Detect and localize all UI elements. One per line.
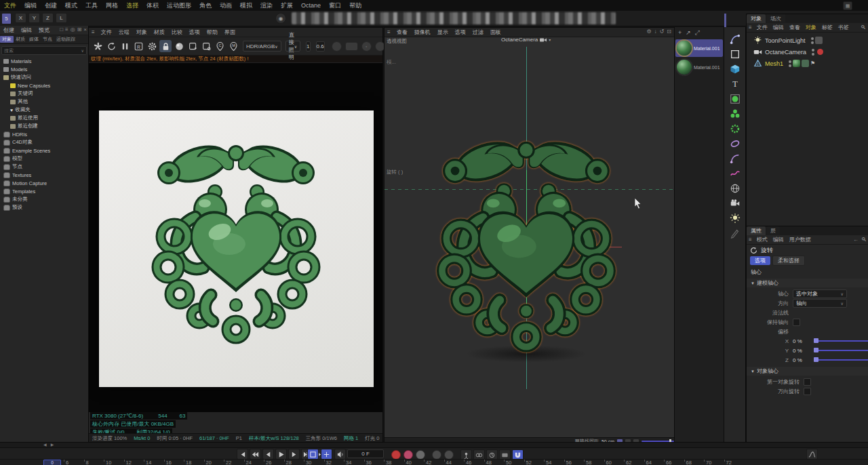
autokey-button[interactable] bbox=[403, 450, 413, 460]
asset-tree-item-models[interactable]: Models bbox=[2, 65, 88, 73]
menubar-item-选择[interactable]: 选择 bbox=[122, 1, 142, 10]
add-icon[interactable]: + bbox=[678, 29, 682, 36]
search-icon[interactable]: 🔍︎ bbox=[861, 237, 867, 243]
asset-tree-item-快速访问[interactable]: 快速访问 bbox=[2, 73, 88, 81]
viewport-menu-查看[interactable]: 查看 bbox=[393, 28, 411, 36]
back-arrow-icon[interactable]: ← bbox=[853, 237, 859, 243]
sound-toggle-button[interactable] bbox=[334, 449, 346, 460]
kernel-dropdown[interactable]: 直接照明∨ bbox=[285, 41, 300, 52]
subsample-mode-button[interactable] bbox=[345, 42, 358, 51]
asset-menu-创建[interactable]: 创建 bbox=[0, 26, 18, 34]
settings-gear-icon[interactable] bbox=[146, 40, 158, 52]
menubar-item-模式[interactable]: 模式 bbox=[61, 1, 81, 10]
light-tag[interactable] bbox=[815, 37, 823, 44]
attr-menu-模式[interactable]: 模式 bbox=[754, 236, 770, 243]
menubar-item-扩展[interactable]: 扩展 bbox=[277, 1, 297, 10]
dock-icon[interactable]: □ bbox=[60, 26, 63, 33]
play-button[interactable] bbox=[275, 449, 287, 460]
slider-value[interactable]: 0 % bbox=[793, 348, 809, 354]
timeline-ruler[interactable]: 0 68101214161820222426283032343638404244… bbox=[0, 459, 868, 465]
slider-track[interactable] bbox=[814, 340, 868, 342]
arrow-up-right-icon[interactable]: ↗ bbox=[686, 29, 691, 36]
asset-tree-item-最近使用[interactable]: 最近使用 bbox=[2, 114, 88, 122]
lv-menu-选项[interactable]: 选项 bbox=[186, 28, 203, 36]
keyframe-selection-button[interactable] bbox=[416, 450, 425, 460]
goto-end-key-button[interactable] bbox=[321, 449, 332, 460]
image-format-dropdown[interactable]: HDR/ARGB∨ bbox=[243, 41, 281, 52]
display-tag[interactable]: ⚑ bbox=[810, 60, 815, 66]
window-icon[interactable]: ▦ bbox=[843, 1, 852, 10]
cloner-icon[interactable] bbox=[728, 107, 743, 120]
object-row-mesh1[interactable]: Mesh1⚑ bbox=[747, 58, 868, 69]
material-item[interactable]: Material.001 bbox=[675, 58, 723, 76]
slider-value[interactable]: 0 % bbox=[793, 338, 809, 344]
checkbox[interactable] bbox=[793, 319, 800, 326]
tab-takes[interactable]: 场次 bbox=[766, 14, 785, 23]
checkbox[interactable] bbox=[804, 388, 811, 395]
menubar-item-模拟[interactable]: 模拟 bbox=[236, 1, 256, 10]
menubar-item-窗口[interactable]: 窗口 bbox=[325, 1, 345, 10]
record-scale-button[interactable] bbox=[444, 450, 454, 460]
asset-tree-item-模型[interactable]: 模型 bbox=[2, 155, 88, 163]
object-row-toonpointlight[interactable]: ToonPointLight bbox=[747, 35, 868, 46]
pick-m-icon[interactable]: M bbox=[227, 40, 239, 52]
viewport-menu-面板[interactable]: 面板 bbox=[487, 28, 505, 36]
disabled-pen-icon[interactable] bbox=[728, 226, 743, 239]
menubar-item-网格[interactable]: 网格 bbox=[102, 1, 122, 10]
attr-row-value[interactable]: 选中对象∨ bbox=[793, 289, 847, 298]
fcurve-editor-button[interactable] bbox=[806, 449, 818, 460]
lv-menu-帮助[interactable]: 帮助 bbox=[203, 28, 221, 36]
menubar-item-工具[interactable]: 工具 bbox=[81, 1, 102, 10]
hamburger-icon[interactable]: ≡ bbox=[65, 26, 68, 33]
popout-icon[interactable]: ⊞ bbox=[77, 26, 82, 33]
asset-tree-item-motion-capture[interactable]: Motion Capture bbox=[2, 179, 88, 187]
menubar-item-帮助[interactable]: 帮助 bbox=[345, 1, 366, 10]
goto-start-key-button[interactable] bbox=[307, 449, 319, 460]
asset-tab-材质[interactable]: 材质 bbox=[14, 36, 27, 43]
maximize-view-icon[interactable]: ⊡ bbox=[667, 28, 671, 35]
viewport-menu-过滤[interactable]: 过滤 bbox=[469, 28, 487, 36]
attr-menu-编辑[interactable]: 编辑 bbox=[770, 236, 787, 243]
menubar-item-文件[interactable]: 文件 bbox=[0, 1, 20, 10]
om-menu-文件[interactable]: 文件 bbox=[754, 24, 770, 31]
active-camera-label[interactable]: OctaneCamera ▾ bbox=[501, 37, 551, 43]
asset-tab-运动跟踪[interactable]: 运动跟踪 bbox=[54, 36, 77, 43]
gear-icon[interactable]: ⚙ bbox=[646, 28, 651, 35]
tab-objects[interactable]: 对象 bbox=[747, 14, 766, 23]
volume-icon[interactable] bbox=[728, 137, 743, 150]
deformer-icon[interactable] bbox=[728, 122, 743, 135]
object-row-octanecamera[interactable]: OctaneCamera bbox=[747, 46, 868, 58]
attr-mode-柔和选择[interactable]: 柔和选择 bbox=[772, 256, 805, 266]
record-keyframe-button[interactable] bbox=[391, 450, 401, 460]
region-spinner[interactable]: 1 bbox=[306, 41, 310, 52]
text-tool-icon[interactable]: T bbox=[728, 77, 743, 90]
om-menu-标签[interactable]: 标签 bbox=[819, 24, 835, 31]
asset-tree-item-关键词[interactable]: 关键词 bbox=[2, 89, 88, 98]
render-settings-button[interactable]: ◉ bbox=[275, 13, 286, 24]
axis-lock-x[interactable]: X bbox=[15, 13, 26, 23]
asset-menu-编辑[interactable]: 编辑 bbox=[18, 26, 35, 34]
lv-menu-对象[interactable]: 对象 bbox=[133, 28, 151, 36]
record-position-button[interactable] bbox=[432, 450, 441, 460]
camera-object-icon[interactable] bbox=[728, 197, 743, 209]
menubar-item-编辑[interactable]: 编辑 bbox=[20, 1, 41, 10]
slider-track[interactable] bbox=[814, 359, 868, 361]
menubar-item-Octane[interactable]: Octane bbox=[297, 2, 325, 9]
asset-menu-预览[interactable]: 预览 bbox=[35, 26, 53, 34]
cube-primitive-icon[interactable] bbox=[728, 62, 743, 75]
visibility-dots[interactable] bbox=[789, 60, 791, 67]
lv-menu-比较[interactable]: 比较 bbox=[168, 28, 186, 36]
close-icon[interactable]: × bbox=[83, 26, 87, 33]
asset-tree-item-节点[interactable]: 节点 bbox=[2, 163, 88, 171]
subsample-spinner[interactable]: 0.6 bbox=[316, 41, 325, 52]
om-menu-书签[interactable]: 书签 bbox=[835, 24, 852, 31]
menubar-item-创建[interactable]: 创建 bbox=[41, 1, 61, 10]
volume-mesher-icon[interactable] bbox=[728, 152, 743, 165]
asset-search-field[interactable]: 搜索 ∨ bbox=[1, 46, 87, 55]
axis-lock-z[interactable]: Z bbox=[42, 13, 54, 23]
target-icon[interactable]: ◎ bbox=[71, 26, 75, 33]
axis-lock-l[interactable]: L bbox=[56, 13, 67, 23]
om-menu-查看[interactable]: 查看 bbox=[787, 24, 803, 31]
expand-icon[interactable]: ⤢ bbox=[695, 29, 700, 37]
asset-tab-节点[interactable]: 节点 bbox=[41, 36, 54, 43]
